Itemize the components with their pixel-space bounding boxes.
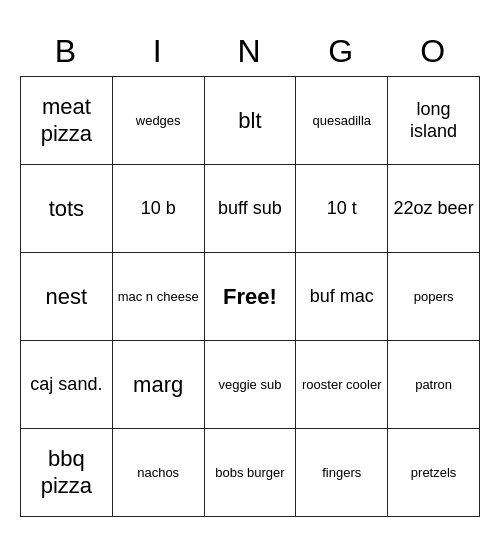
cell-0-0: meat pizza <box>21 77 113 165</box>
cell-0-2: blt <box>204 77 296 165</box>
cell-1-4: 22oz beer <box>388 165 480 253</box>
table-row: nestmac n cheeseFree!buf macpopers <box>21 253 480 341</box>
header-letter: O <box>388 27 480 77</box>
bingo-body: meat pizzawedgesbltquesadillalong island… <box>21 77 480 517</box>
cell-2-2: Free! <box>204 253 296 341</box>
cell-4-3: fingers <box>296 429 388 517</box>
cell-4-4: pretzels <box>388 429 480 517</box>
cell-0-1: wedges <box>112 77 204 165</box>
cell-0-3: quesadilla <box>296 77 388 165</box>
header-letter: I <box>112 27 204 77</box>
cell-3-2: veggie sub <box>204 341 296 429</box>
cell-2-4: popers <box>388 253 480 341</box>
cell-3-4: patron <box>388 341 480 429</box>
cell-4-2: bobs burger <box>204 429 296 517</box>
cell-4-1: nachos <box>112 429 204 517</box>
cell-1-2: buff sub <box>204 165 296 253</box>
cell-1-3: 10 t <box>296 165 388 253</box>
header-letter: N <box>204 27 296 77</box>
cell-1-1: 10 b <box>112 165 204 253</box>
cell-1-0: tots <box>21 165 113 253</box>
table-row: bbq pizzanachosbobs burgerfingerspretzel… <box>21 429 480 517</box>
cell-3-0: caj sand. <box>21 341 113 429</box>
header-row: BINGO <box>21 27 480 77</box>
header-letter: B <box>21 27 113 77</box>
cell-2-3: buf mac <box>296 253 388 341</box>
cell-3-1: marg <box>112 341 204 429</box>
header-letter: G <box>296 27 388 77</box>
cell-4-0: bbq pizza <box>21 429 113 517</box>
table-row: meat pizzawedgesbltquesadillalong island <box>21 77 480 165</box>
cell-0-4: long island <box>388 77 480 165</box>
table-row: tots10 bbuff sub10 t22oz beer <box>21 165 480 253</box>
table-row: caj sand.margveggie subrooster coolerpat… <box>21 341 480 429</box>
bingo-card: BINGO meat pizzawedgesbltquesadillalong … <box>20 27 480 518</box>
cell-2-1: mac n cheese <box>112 253 204 341</box>
cell-2-0: nest <box>21 253 113 341</box>
cell-3-3: rooster cooler <box>296 341 388 429</box>
